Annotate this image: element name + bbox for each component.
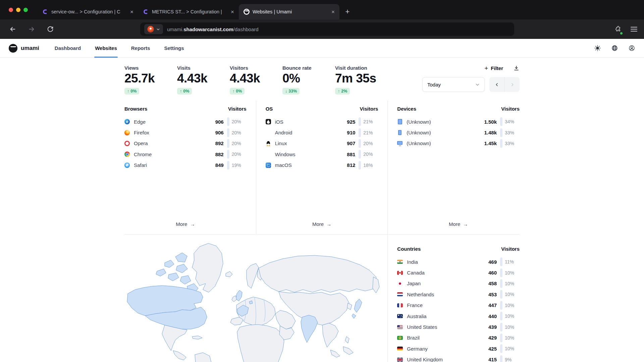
theme-toggle-button[interactable] [594,45,601,52]
linux-icon [266,141,271,146]
tab-umami-active[interactable]: Websites | Umami × [239,4,339,19]
united-kingdom-flag [397,358,403,362]
row-percent: 20% [359,139,378,148]
table-row[interactable]: Edge 906 20% [124,116,247,127]
percent-bar [500,139,502,148]
search-engine-chip[interactable] [144,24,163,34]
previous-period-button[interactable] [489,77,504,92]
forward-button[interactable] [25,23,38,35]
table-row[interactable]: Firefox 906 20% [124,127,247,138]
close-tab-icon[interactable]: × [330,8,336,15]
next-period-button[interactable] [504,77,520,92]
new-tab-button[interactable]: + [341,6,354,18]
table-row[interactable]: Opera 892 20% [124,138,247,149]
change-value: 0% [236,89,242,94]
france-flag [397,303,403,307]
umami-brand[interactable]: umami [9,44,39,53]
row-percent: 9% [500,355,520,362]
panel-value-header: Visitors [501,106,520,112]
table-row[interactable]: Android 910 21% [266,127,378,138]
change-value: 0% [130,89,137,94]
url-text[interactable]: umami.shadowarcanist.com/dashboard [167,26,259,32]
world-map-svg [125,239,387,362]
row-label: Chrome [134,152,215,157]
table-row[interactable]: Linux 907 20% [266,138,378,149]
row-value: 906 [215,119,224,125]
row-label: France [407,302,488,308]
safari-icon [124,163,130,168]
maximize-window-button[interactable] [23,8,28,12]
percent-label: 34% [505,119,514,124]
table-row[interactable]: Brazil 429 10% [397,333,520,343]
nav-reports[interactable]: Reports [130,39,151,57]
row-percent: 10% [500,344,520,353]
metric-label: Bounce rate [282,65,335,71]
metric-change-badge: ↓ 33% [282,88,300,95]
percent-bar [500,301,502,310]
chevron-left-icon [494,82,499,87]
india-flag [397,260,403,264]
table-row[interactable]: United Kingdom 415 9% [397,354,520,362]
table-row[interactable]: Safari 849 19% [124,160,247,171]
percent-label: 9% [505,357,512,362]
reload-button[interactable] [44,23,56,35]
table-row[interactable]: United States 439 10% [397,321,520,332]
row-label: United Kingdom [407,357,488,362]
table-row[interactable]: Netherlands 453 10% [397,289,520,300]
row-value: 425 [488,346,497,352]
percent-label: 21% [363,130,373,135]
filter-button[interactable]: + Filter [484,65,503,71]
nav-settings[interactable]: Settings [163,39,184,57]
panel-value-header: Visitors [501,246,520,252]
panel-title: OS [266,106,360,112]
percent-bar [359,139,361,148]
brazil-flag [397,336,403,340]
nav-dashboard[interactable]: Dashboard [54,39,82,57]
table-row[interactable]: India 469 11% [397,256,520,267]
tab-title: service-ow... > Configuration | C [51,9,126,14]
more-link-os[interactable]: More→ [312,221,331,227]
nav-websites[interactable]: Websites [94,39,118,57]
percent-bar [359,150,361,159]
table-row[interactable]: Chrome 882 20% [124,149,247,160]
more-link-devices[interactable]: More→ [449,221,468,227]
app-header: umami Dashboard Websites Reports Setting… [0,39,644,58]
table-row[interactable]: Japan 458 10% [397,278,520,289]
table-row[interactable]: Germany 425 10% [397,343,520,354]
percent-bar [500,268,502,277]
minimize-window-button[interactable] [16,8,20,12]
table-row[interactable]: (Unknown) 1.45k 33% [397,138,520,149]
percent-bar [359,128,361,137]
world-map [124,235,388,362]
tab-service-owner[interactable]: service-ow... > Configuration | C × [38,4,138,19]
back-button[interactable] [7,23,19,35]
close-tab-icon[interactable]: × [229,8,235,15]
percent-label: 10% [505,303,514,308]
table-row[interactable]: Australia 440 10% [397,311,520,321]
arrow-right-icon: → [326,221,331,227]
close-tab-icon[interactable]: × [129,8,135,15]
percent-label: 19% [232,163,241,168]
row-label: Android [275,130,347,135]
profile-button[interactable] [628,45,635,52]
download-button[interactable] [513,65,520,71]
row-label: iOS [275,119,347,125]
language-button[interactable] [611,45,618,52]
metric-value: 25.7k [124,71,177,85]
more-link-browsers[interactable]: More→ [176,221,195,227]
table-row[interactable]: iOS 925 21% [266,116,378,127]
row-value: 881 [347,152,355,157]
extensions-button[interactable] [614,25,622,33]
menu-button[interactable] [631,27,637,32]
url-bar[interactable]: umami.shadowarcanist.com/dashboard [140,22,514,36]
table-row[interactable]: (Unknown) 1.48k 33% [397,127,520,138]
tab-metrics[interactable]: METRICS ST... > Configuration | × [138,4,239,19]
table-row[interactable]: France 447 10% [397,300,520,311]
close-window-button[interactable] [9,8,13,12]
table-row[interactable]: macOS 812 18% [266,160,378,171]
table-row[interactable]: (Unknown) 1.50k 34% [397,116,520,127]
table-row[interactable]: Windows 881 20% [266,149,378,160]
japan-flag [397,282,403,286]
date-range-select[interactable]: Today [422,77,485,92]
table-row[interactable]: Canada 460 10% [397,267,520,278]
